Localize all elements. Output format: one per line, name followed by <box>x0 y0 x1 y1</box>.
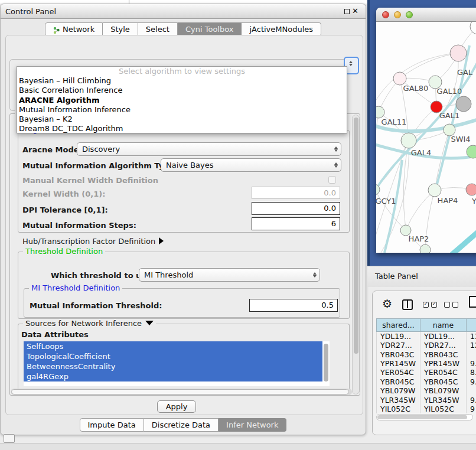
node-label: GAL1 <box>439 111 459 120</box>
attribute-item[interactable]: TopologicalCoefficient <box>24 351 322 361</box>
close-icon[interactable] <box>352 6 360 17</box>
attributes-scrollbar-thumb[interactable] <box>324 344 328 381</box>
network-node-gal[interactable] <box>450 45 467 61</box>
manual-kernel-checkbox[interactable] <box>328 176 336 184</box>
table-column-header[interactable]: shared... <box>377 319 420 332</box>
network-node-swi4[interactable] <box>444 124 455 136</box>
aracne-mode-select[interactable]: Discovery <box>77 142 341 156</box>
table-panel-titlebar[interactable]: Table Panel <box>367 266 476 287</box>
algorithm-option[interactable]: Mutual Information Inference <box>17 105 347 115</box>
table-row[interactable]: YIL052CYIL052C9 <box>377 405 476 413</box>
tab-jactivemnodules[interactable]: jActiveMNodules <box>242 22 321 36</box>
table-row[interactable]: YBR043CYBR043C <box>377 350 476 358</box>
node-label: Y <box>471 197 476 206</box>
table-row[interactable]: YPR145WYPR145W9. <box>377 359 476 368</box>
node-label: GCY1 <box>376 197 396 206</box>
table-column-header[interactable]: name <box>420 319 467 332</box>
mi-steps-field[interactable]: 6 <box>252 217 340 230</box>
algorithm-option[interactable]: ARACNE Algorithm <box>17 96 347 105</box>
table-cell: YDL19... <box>377 332 420 341</box>
table-row[interactable]: YDR27...YDR27...12 <box>377 341 476 350</box>
manual-kernel-label: Manual Kernel Width Definition <box>22 176 158 185</box>
table-row[interactable]: YBR045CYBR045C9. <box>377 377 476 386</box>
network-node[interactable] <box>470 22 476 34</box>
node-attribute-table[interactable]: shared...nameA YDL19...YDL19...13YDR27..… <box>376 318 476 413</box>
network-node-gal4[interactable] <box>401 133 416 148</box>
attribute-item[interactable]: gal4RGexp <box>24 371 322 381</box>
settings-scrollbar-track[interactable] <box>352 115 360 394</box>
table-row[interactable]: YBL079WYBL079W <box>377 386 476 395</box>
table-cell: YLR345W <box>377 395 420 404</box>
settings-hscrollbar-thumb[interactable] <box>11 389 349 394</box>
tab-impute-data[interactable]: Impute Data <box>80 418 144 432</box>
minimize-light-icon[interactable] <box>394 11 401 18</box>
zoom-light-icon[interactable] <box>406 11 413 18</box>
algorithm-option[interactable]: Bayesian – Hill Climbing <box>17 76 347 86</box>
group-title: Threshold Definition <box>23 247 105 256</box>
float-icon[interactable] <box>344 9 350 14</box>
mi-type-select[interactable]: Naive Bayes <box>161 158 341 172</box>
which-threshold-select[interactable]: MI Threshold <box>139 268 320 282</box>
network-node[interactable] <box>456 96 471 112</box>
minimized-panel-icon[interactable] <box>4 434 15 443</box>
kernel-width-field[interactable]: 0.0 <box>252 187 340 199</box>
table-cell: YPR145W <box>420 359 467 368</box>
table-row[interactable]: YDL19...YDL19...13 <box>377 332 476 341</box>
checked-columns-icon[interactable] <box>423 302 437 308</box>
network-window-titlebar[interactable] <box>376 8 476 22</box>
network-canvas[interactable]: GALGAL80GAL10GAL1GAL11GAL4SWI4GCY1HAP4YH… <box>376 22 476 253</box>
expand-right-arrow-icon[interactable] <box>159 237 164 244</box>
hub-definition-toggle[interactable]: Hub/Transcription Factor Definition <box>22 237 164 246</box>
collapse-down-arrow-icon[interactable] <box>145 321 154 325</box>
attribute-item[interactable]: BetweennessCentrality <box>24 361 322 371</box>
tab-discretize-data[interactable]: Discretize Data <box>144 418 219 432</box>
table-hscrollbar-track[interactable] <box>376 414 473 420</box>
cyni-toolbox-panel: Select algorithm to view settings Bayesi… <box>5 35 363 415</box>
network-node[interactable] <box>420 244 431 253</box>
sources-title: Sources for Network Inference <box>25 319 142 328</box>
network-node-y[interactable] <box>466 184 476 195</box>
tab-label: jActiveMNodules <box>249 23 313 35</box>
file-icon[interactable] <box>469 296 476 308</box>
tab-infer-network[interactable]: Infer Network <box>219 418 286 432</box>
table-header-row[interactable]: shared...nameA <box>377 319 476 332</box>
apply-button[interactable]: Apply <box>157 400 196 413</box>
dpi-tolerance-field[interactable]: 0.0 <box>252 202 340 215</box>
sources-toggle[interactable]: Sources for Network Inference <box>23 319 156 328</box>
table-column-header[interactable]: A <box>467 319 476 332</box>
panel-title: Control Panel <box>5 4 56 19</box>
settings-scrollbar-thumb[interactable] <box>354 118 358 354</box>
control-panel-tabs: NetworkStyleSelectCyni ToolboxjActiveMNo… <box>1 22 366 36</box>
node-label: GAL10 <box>437 87 462 96</box>
dpi-tolerance-label: DPI Tolerance [0,1]: <box>22 206 108 214</box>
tab-style[interactable]: Style <box>103 22 138 36</box>
unchecked-columns-icon[interactable] <box>444 302 458 308</box>
network-node-gal80[interactable] <box>393 72 406 85</box>
settings-hscrollbar-track[interactable] <box>11 389 352 395</box>
tab-label: Discretize Data <box>152 419 210 431</box>
network-edge <box>406 190 435 230</box>
algorithm-option[interactable]: Dream8 DC_TDC Algorithm <box>17 124 347 133</box>
data-attributes-list[interactable]: SelfLoopsTopologicalCoefficientBetweenne… <box>24 341 330 386</box>
table-hscrollbar-thumb[interactable] <box>377 415 467 419</box>
close-light-icon[interactable] <box>382 11 389 18</box>
control-panel-titlebar[interactable]: Control Panel <box>1 4 366 19</box>
settings-gear-icon[interactable] <box>382 297 392 310</box>
attribute-item[interactable]: SelfLoops <box>24 341 322 351</box>
tab-network[interactable]: Network <box>45 22 103 36</box>
tab-select[interactable]: Select <box>138 22 178 36</box>
network-node-gal11[interactable] <box>376 106 384 118</box>
algorithm-option[interactable]: Bayesian – K2 <box>17 115 347 124</box>
algorithm-dropdown-popup: Select algorithm to view settings Bayesi… <box>17 66 347 133</box>
table-cell: YBL079W <box>377 386 420 395</box>
tab-cyni-toolbox[interactable]: Cyni Toolbox <box>178 22 242 36</box>
mi-threshold-field[interactable]: 0.5 <box>249 299 338 312</box>
which-threshold-value: MI Threshold <box>144 270 193 279</box>
network-node-hap4[interactable] <box>428 184 441 197</box>
table-row[interactable]: YER054CYER054C8. <box>377 368 476 377</box>
table-panel: shared...nameA YDL19...YDL19...13YDR27..… <box>372 291 476 435</box>
table-row[interactable]: YLR345WYLR345W9. <box>377 395 476 404</box>
algorithm-option[interactable]: Basic Correlation Inference <box>17 86 347 95</box>
table-cell <box>467 350 476 358</box>
column-view-icon[interactable] <box>402 299 413 310</box>
